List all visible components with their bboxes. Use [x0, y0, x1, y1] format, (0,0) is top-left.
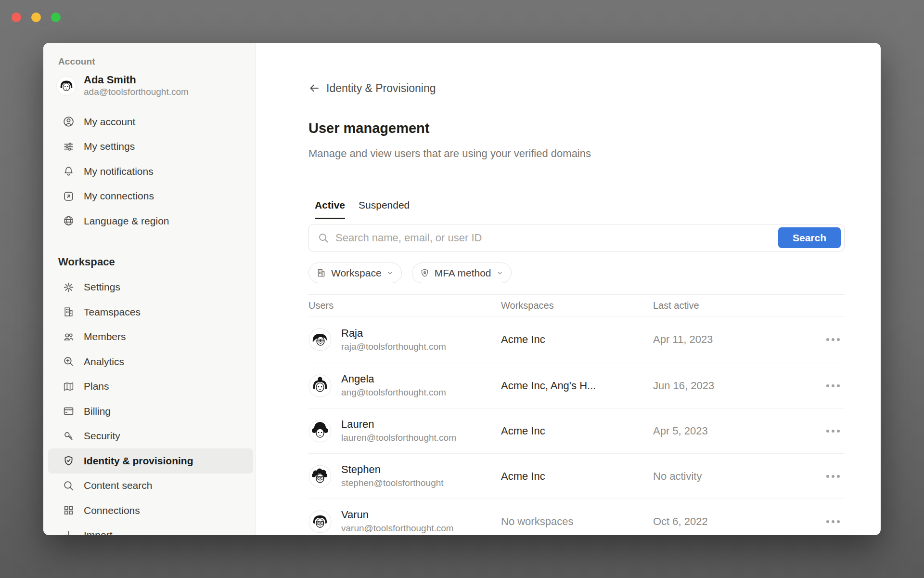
- grid-icon: [63, 504, 75, 516]
- magnifier-sparkle-icon: [63, 355, 75, 368]
- sidebar-item-content-search[interactable]: Content search: [48, 473, 253, 499]
- row-menu-button[interactable]: [826, 338, 845, 341]
- user-email: ang@toolsforthought.com: [341, 387, 446, 398]
- user-workspaces: Acme Inc, Ang's H...: [501, 380, 653, 392]
- page-title: User management: [308, 119, 845, 137]
- sidebar-item-my-account[interactable]: My account: [48, 109, 253, 134]
- shield-lock-icon: [420, 268, 430, 278]
- mfa-method-filter-chip[interactable]: MFA method: [412, 263, 512, 283]
- row-menu-button[interactable]: [826, 520, 845, 523]
- user-email: varun@toolsforthought.com: [341, 523, 454, 534]
- sidebar-item-identity-provisioning[interactable]: Identity & provisioning: [48, 448, 253, 473]
- user-name: Stephen: [341, 463, 444, 476]
- user-email: raja@toolsforthought.com: [341, 341, 446, 353]
- user-name: Lauren: [341, 418, 456, 431]
- row-menu-button[interactable]: [826, 475, 845, 478]
- user-last-active: Apr 11, 2023: [653, 333, 823, 346]
- account-email: ada@toolsforthought.com: [84, 86, 189, 98]
- user-email: stephen@toolsforthought: [341, 477, 444, 489]
- settings-sidebar: Account Ada Smith ada@toolsforthought.co…: [43, 43, 256, 535]
- person-circle-icon: [63, 116, 75, 128]
- sidebar-item-import[interactable]: Import: [48, 523, 253, 536]
- sidebar-item-security[interactable]: Security: [48, 424, 253, 449]
- table-row: Lauren lauren@toolsforthought.com Acme I…: [308, 408, 845, 454]
- back-link-label: Identity & Provisioning: [326, 82, 436, 95]
- user-name: Raja: [341, 327, 446, 340]
- table-row: Stephen stephen@toolsforthought Acme Inc…: [308, 454, 845, 499]
- traffic-light-minimize-button[interactable]: [31, 13, 41, 22]
- row-menu-button[interactable]: [826, 384, 845, 387]
- avatar: [308, 328, 332, 351]
- user-last-active: Apr 5, 2023: [653, 425, 823, 437]
- globe-icon: [63, 215, 75, 227]
- sidebar-item-billing[interactable]: Billing: [48, 399, 253, 424]
- sidebar-item-label: Connections: [84, 505, 140, 516]
- sidebar-item-label: My connections: [84, 190, 154, 202]
- avatar: [308, 465, 332, 488]
- column-header-users: Users: [308, 300, 501, 311]
- user-last-active: Jun 16, 2023: [653, 380, 823, 392]
- user-workspaces: Acme Inc: [501, 470, 653, 483]
- traffic-light-close-button[interactable]: [12, 13, 21, 22]
- tab-suspended[interactable]: Suspended: [359, 198, 410, 219]
- bell-icon: [63, 165, 75, 177]
- search-input[interactable]: [335, 232, 772, 244]
- user-workspaces: Acme Inc: [501, 333, 653, 346]
- magnifier-icon: [63, 480, 75, 492]
- sidebar-item-my-settings[interactable]: My settings: [48, 134, 253, 159]
- filter-label: MFA method: [435, 267, 491, 279]
- sidebar-item-label: Settings: [84, 281, 120, 293]
- sidebar-item-teamspaces[interactable]: Teamspaces: [48, 300, 253, 325]
- sidebar-item-label: Security: [84, 430, 120, 442]
- column-header-last-active: Last active: [653, 300, 823, 311]
- sidebar-item-my-notifications[interactable]: My notifications: [48, 159, 253, 184]
- sidebar-item-analytics[interactable]: Analytics: [48, 349, 253, 374]
- user-name: Angela: [341, 373, 446, 385]
- sidebar-item-members[interactable]: Members: [48, 325, 253, 350]
- sliders-icon: [63, 141, 75, 153]
- breadcrumb-back-link[interactable]: Identity & Provisioning: [308, 81, 845, 95]
- arrow-up-right-box-icon: [63, 190, 75, 202]
- account-name: Ada Smith: [84, 74, 189, 86]
- row-menu-button[interactable]: [826, 430, 845, 433]
- avatar: [308, 374, 332, 397]
- sidebar-item-plans[interactable]: Plans: [48, 374, 253, 399]
- sidebar-account-profile[interactable]: Ada Smith ada@toolsforthought.com: [56, 74, 255, 98]
- traffic-light-zoom-button[interactable]: [51, 13, 61, 22]
- sidebar-item-label: Plans: [84, 381, 109, 392]
- key-icon: [63, 430, 75, 442]
- tab-active[interactable]: Active: [315, 198, 345, 219]
- people-icon: [63, 331, 75, 343]
- credit-card-icon: [63, 405, 75, 417]
- user-name: Varun: [341, 509, 454, 521]
- filter-chips: Workspace MFA method: [308, 263, 845, 283]
- sidebar-item-label: Analytics: [84, 356, 124, 368]
- table-row: Raja raja@toolsforthought.com Acme Inc A…: [308, 316, 845, 363]
- user-workspaces: No workspaces: [501, 515, 653, 528]
- user-search-bar: Search: [308, 224, 845, 251]
- search-button[interactable]: Search: [778, 227, 841, 248]
- user-last-active: No activity: [653, 470, 823, 483]
- workspace-filter-chip[interactable]: Workspace: [308, 263, 402, 283]
- sidebar-item-label: Language & region: [84, 215, 169, 227]
- avatar: [308, 420, 332, 443]
- building-icon: [63, 306, 75, 318]
- sidebar-item-settings[interactable]: Settings: [48, 275, 253, 300]
- sidebar-item-language-region[interactable]: Language & region: [48, 209, 253, 234]
- sidebar-item-connections[interactable]: Connections: [48, 498, 253, 523]
- user-email: lauren@toolsforthought.com: [341, 432, 456, 444]
- map-icon: [63, 381, 75, 393]
- sidebar-item-label: My notifications: [84, 166, 154, 177]
- download-icon: [63, 529, 75, 535]
- avatar: [56, 76, 77, 96]
- sidebar-item-my-connections[interactable]: My connections: [48, 184, 253, 209]
- back-arrow-icon: [308, 82, 320, 94]
- gear-icon: [63, 281, 75, 293]
- table-row: Angela ang@toolsforthought.com Acme Inc,…: [308, 363, 845, 408]
- sidebar-item-label: Import: [84, 529, 113, 535]
- sidebar-item-label: Billing: [84, 406, 111, 417]
- sidebar-item-label: Identity & provisioning: [84, 455, 193, 467]
- chevron-down-icon: [386, 269, 394, 276]
- sidebar-item-label: My account: [84, 116, 135, 128]
- filter-label: Workspace: [331, 267, 382, 279]
